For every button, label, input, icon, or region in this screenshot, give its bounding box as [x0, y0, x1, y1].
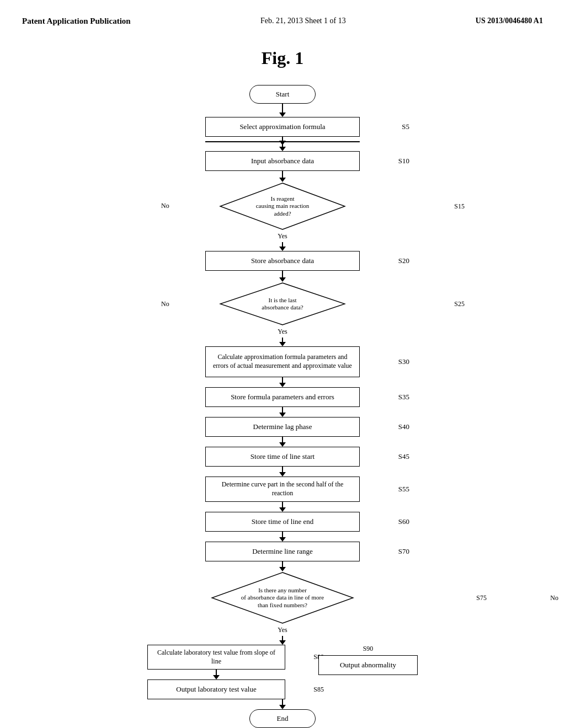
- s75-diamond: Is there any numberof absorbance data in…: [211, 571, 354, 624]
- s80-s90-row: Calculate laboratory test value from slo…: [22, 645, 543, 699]
- s25-container: No It is the lastabsorbance data? S25: [22, 282, 543, 326]
- s15-step-label: S15: [454, 202, 465, 211]
- header-left: Patent Application Publication: [22, 17, 131, 26]
- s85-step: S85: [313, 686, 324, 694]
- s5-box: Select approximation formula: [205, 117, 360, 137]
- arrow1: [279, 113, 286, 117]
- s20-box: Store absorbance data: [205, 251, 360, 271]
- s25-yes: Yes: [278, 328, 287, 336]
- s20-row: Store absorbance data S20: [22, 251, 543, 271]
- s75-step-label: S75: [476, 594, 487, 602]
- header: Patent Application Publication Feb. 21, …: [22, 11, 543, 37]
- s30-row: Calculate approximation formula paramete…: [22, 346, 543, 377]
- s90-col: S90 Output abnormality: [318, 645, 418, 675]
- s10-box: Input absorbance data: [205, 151, 360, 171]
- s75-yes: Yes: [278, 626, 287, 634]
- s55-box: Determine curve part in the second half …: [205, 477, 360, 502]
- seg2: [279, 171, 286, 182]
- header-center: Feb. 21, 2013 Sheet 1 of 13: [260, 17, 346, 25]
- fig-title: Fig. 1: [22, 48, 543, 68]
- s15-text: Is reagentcausing main reactionadded?: [245, 195, 321, 217]
- s55-step: S55: [398, 485, 409, 494]
- s25-step-label: S25: [454, 300, 465, 308]
- s70-step: S70: [398, 547, 409, 556]
- s40-row: Determine lag phase S40: [22, 417, 543, 437]
- line1: [282, 104, 283, 113]
- s5-label: Select approximation formula: [239, 122, 325, 132]
- end-node: End: [249, 709, 316, 728]
- s60-box: Store time of line end: [205, 512, 360, 532]
- header-right: US 2013/0046480 A1: [476, 17, 543, 25]
- s15-no-arrow: No: [161, 202, 169, 211]
- s80-row: Calculate laboratory test value from slo…: [147, 645, 285, 670]
- s80-col: Calculate laboratory test value from slo…: [147, 645, 285, 699]
- s30-step: S30: [398, 357, 409, 366]
- s20-step: S20: [398, 256, 409, 265]
- loop-arrow-in: [205, 141, 360, 142]
- s60-step: S60: [398, 517, 409, 526]
- s10-row: Input absorbance data S10: [22, 151, 543, 171]
- s35-box: Store formula parameters and errors: [205, 387, 360, 407]
- seg1: [205, 137, 360, 142]
- s85-box: Output laboratory test value: [147, 679, 285, 699]
- s45-row: Store time of line start S45: [22, 447, 543, 467]
- s75-container: Is there any numberof absorbance data in…: [22, 571, 543, 624]
- s75-text: Is there any numberof absorbance data in…: [230, 587, 335, 609]
- start-box: Start: [249, 85, 316, 104]
- s45-step: S45: [398, 452, 409, 461]
- s15-no-label: No: [161, 202, 169, 210]
- s35-step: S35: [398, 393, 409, 402]
- s30-box: Calculate approximation formula paramete…: [205, 346, 360, 377]
- s10-label: Input absorbance data: [251, 157, 314, 166]
- end-box: End: [249, 709, 316, 728]
- s10-step: S10: [398, 157, 409, 165]
- s75-no-label: No: [550, 594, 558, 602]
- start-label: Start: [276, 90, 290, 99]
- s40-box: Determine lag phase: [205, 417, 360, 437]
- seg-s85-end: [279, 699, 286, 709]
- s90-box: Output abnormality: [318, 655, 418, 675]
- s40-step: S40: [398, 422, 409, 431]
- s25-text: It is the lastabsorbance data?: [250, 297, 314, 311]
- s55-row: Determine curve part in the second half …: [22, 477, 543, 502]
- s70-box: Determine line range: [205, 542, 360, 561]
- s90-step-no: S90: [363, 645, 374, 653]
- s15-diamond: Is reagentcausing main reactionadded?: [219, 182, 346, 231]
- s25-no-label: No: [161, 300, 169, 308]
- seg3: [279, 242, 286, 251]
- s5-row: Select approximation formula S5: [22, 117, 543, 137]
- s15-container: No Is reagentcausing main reactionadded?…: [22, 182, 543, 231]
- s80-box: Calculate laboratory test value from slo…: [147, 645, 285, 670]
- flowchart: Start Select approximation formula S5: [22, 85, 543, 728]
- s35-row: Store formula parameters and errors S35: [22, 387, 543, 407]
- s5-step-no: S5: [402, 122, 409, 131]
- s25-diamond: It is the lastabsorbance data?: [219, 282, 346, 326]
- s5-step: S5: [402, 122, 409, 131]
- s45-box: Store time of line start: [205, 447, 360, 467]
- end-label: End: [277, 714, 289, 724]
- start-node: Start: [249, 85, 316, 117]
- s15-yes: Yes: [278, 232, 287, 240]
- s85-row: Output laboratory test value S85: [147, 679, 285, 699]
- s60-row: Store time of line end S60: [22, 512, 543, 532]
- s70-row: Determine line range S70: [22, 542, 543, 561]
- page: Patent Application Publication Feb. 21, …: [0, 0, 565, 728]
